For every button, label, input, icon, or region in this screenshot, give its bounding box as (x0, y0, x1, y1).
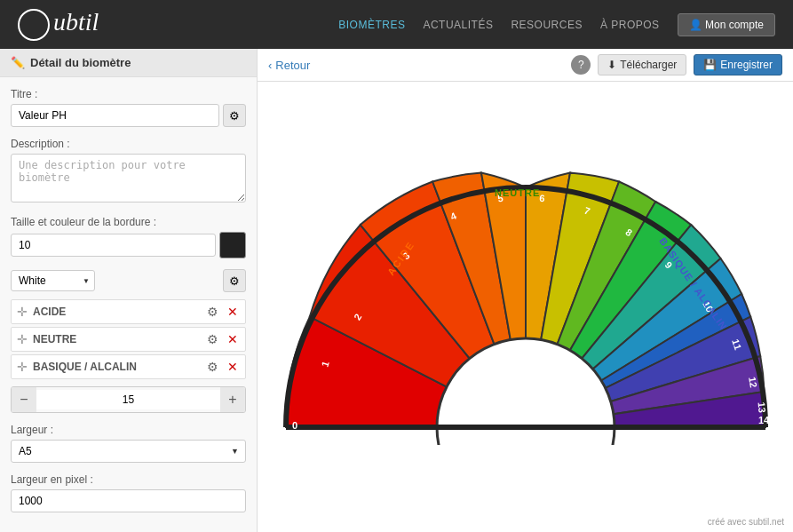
stepper-input[interactable] (36, 390, 220, 409)
description-group: Description : (11, 138, 246, 205)
edit-neutre-button[interactable]: ⚙ (205, 332, 220, 346)
move-icon-neutre: ✛ (17, 332, 28, 346)
nav-biometres[interactable]: BIOMÈTRES (338, 19, 405, 31)
category-label-basique: BASIQUE / ALCALIN (33, 361, 200, 373)
width-label: Largeur : (11, 424, 246, 436)
label-13: 13 (756, 401, 767, 413)
edit-icon: ✏️ (11, 56, 25, 69)
zone-label-neutre: NEUTRE (495, 187, 540, 198)
move-icon-acide: ✛ (17, 305, 28, 319)
main-nav: BIOMÈTRES ACTUALITÉS RESOURCES À PROPOS … (338, 13, 775, 36)
label-14: 14 (757, 415, 769, 425)
header: ubtil BIOMÈTRES ACTUALITÉS RESOURCES À P… (0, 0, 793, 49)
white-select[interactable]: White Black Transparent (11, 270, 95, 291)
width-select-wrapper: A5 A4 A3 Letter (11, 440, 246, 463)
title-label: Titre : (11, 88, 246, 100)
move-icon-basique: ✛ (17, 360, 28, 374)
border-label: Taille et couleur de la bordure : (11, 216, 246, 228)
help-button[interactable]: ? (571, 55, 591, 75)
edit-acide-button[interactable]: ⚙ (205, 305, 220, 319)
sidebar-header: ✏️ Détail du biomètre (0, 49, 257, 77)
delete-acide-button[interactable]: ✕ (226, 305, 240, 319)
label-12: 12 (746, 376, 758, 388)
account-button[interactable]: 👤 Mon compte (678, 13, 775, 36)
color-swatch[interactable] (219, 232, 246, 258)
chevron-left-icon: ‹ (268, 59, 272, 72)
sidebar-title: Détail du biomètre (30, 56, 131, 69)
border-size-input[interactable] (11, 234, 216, 257)
title-group: Titre : ⚙ (11, 88, 246, 127)
white-select-wrapper: White Black Transparent (11, 270, 95, 291)
edit-basique-button[interactable]: ⚙ (205, 360, 220, 374)
save-button[interactable]: 💾 Enregistrer (694, 54, 782, 75)
sidebar-content: Titre : ⚙ Description : Taille et couleu… (0, 77, 257, 532)
white-select-row: White Black Transparent ⚙ (11, 269, 246, 292)
sidebar: ✏️ Détail du biomètre Titre : ⚙ Descript… (0, 49, 258, 532)
stepper-row: − + (11, 386, 246, 413)
logo-circle (18, 9, 50, 41)
nav-resources[interactable]: RESOURCES (511, 19, 583, 31)
layout: ✏️ Détail du biomètre Titre : ⚙ Descript… (0, 49, 793, 532)
width-px-label: Largeur en pixel : (11, 473, 246, 486)
delete-basique-button[interactable]: ✕ (226, 360, 240, 374)
category-item-acide: ✛ ACIDE ⚙ ✕ (11, 299, 246, 324)
back-button[interactable]: ‹ Retour (268, 59, 310, 72)
download-button[interactable]: ⬇ Télécharger (598, 54, 686, 75)
back-label: Retour (275, 59, 310, 72)
delete-neutre-button[interactable]: ✕ (226, 332, 240, 346)
logo: ubtil (18, 8, 99, 41)
chart-area: 0 1 2 3 4 5 6 7 8 9 10 11 12 13 14 ACIDE… (258, 82, 793, 532)
title-input[interactable] (11, 104, 219, 127)
width-select[interactable]: A5 A4 A3 Letter (11, 440, 246, 463)
title-input-row: ⚙ (11, 104, 246, 127)
category-item-neutre: ✛ NEUTRE ⚙ ✕ (11, 327, 246, 352)
stepper-plus-button[interactable]: + (220, 387, 245, 412)
toolbar-right: ? ⬇ Télécharger 💾 Enregistrer (571, 54, 782, 75)
main-content: ‹ Retour ? ⬇ Télécharger 💾 Enregistrer (258, 49, 793, 532)
nav-actualites[interactable]: ACTUALITÉS (423, 19, 493, 31)
border-size-row (11, 232, 246, 258)
label-0: 0 (291, 420, 297, 431)
description-label: Description : (11, 138, 246, 150)
width-group: Largeur : A5 A4 A3 Letter (11, 424, 246, 463)
ph-chart: 0 1 2 3 4 5 6 7 8 9 10 11 12 13 14 ACIDE… (268, 170, 783, 445)
download-icon: ⬇ (607, 59, 616, 71)
watermark: créé avec subtil.net (708, 517, 784, 527)
main-toolbar: ‹ Retour ? ⬇ Télécharger 💾 Enregistrer (258, 49, 793, 82)
description-input[interactable] (11, 154, 246, 202)
stepper-minus-button[interactable]: − (12, 387, 36, 412)
category-label-neutre: NEUTRE (33, 333, 200, 345)
width-px-input[interactable] (11, 489, 246, 512)
nav-apropos[interactable]: À PROPOS (600, 19, 660, 31)
save-icon: 💾 (703, 59, 717, 71)
border-group: Taille et couleur de la bordure : (11, 216, 246, 258)
category-item-basique: ✛ BASIQUE / ALCALIN ⚙ ✕ (11, 354, 246, 379)
white-gear-button[interactable]: ⚙ (223, 269, 246, 292)
category-list: ✛ ACIDE ⚙ ✕ ✛ NEUTRE ⚙ ✕ ✛ BASIQUE / ALC… (11, 299, 246, 379)
title-gear-button[interactable]: ⚙ (223, 104, 246, 127)
width-px-group: Largeur en pixel : (11, 473, 246, 512)
category-label-acide: ACIDE (33, 306, 200, 318)
